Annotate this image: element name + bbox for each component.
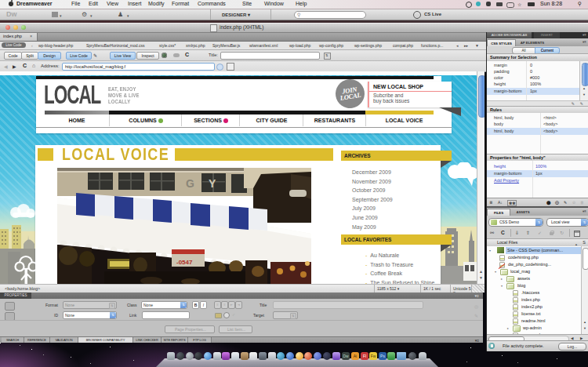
svg-text:G: G <box>186 177 194 190</box>
svg-text:Y: Y <box>209 177 216 190</box>
svg-text:-0547: -0547 <box>176 259 193 266</box>
